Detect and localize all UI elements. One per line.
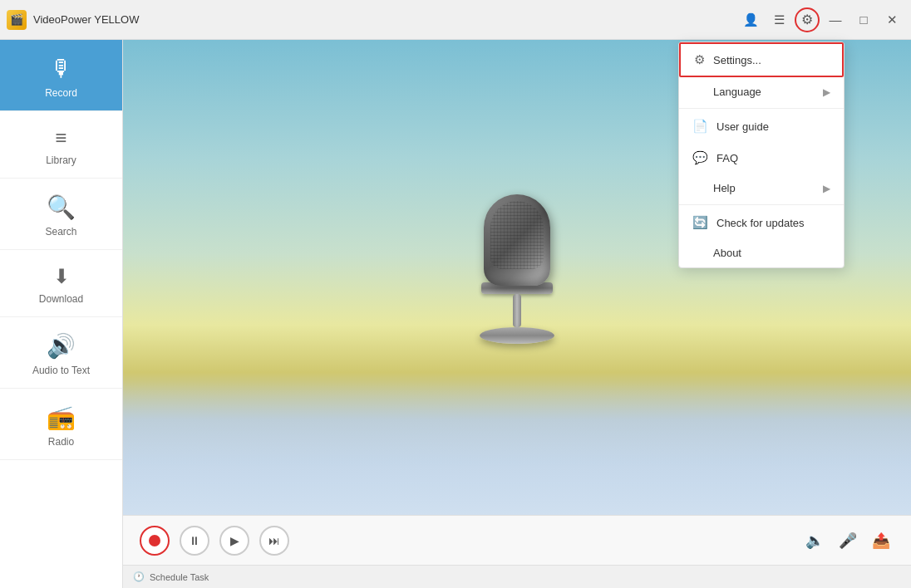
player-bar: ⏸ ▶ ⏭ 🔈 🎤 📤 <box>123 515 911 565</box>
content-area: ⏸ ▶ ⏭ 🔈 🎤 📤 🕐 <box>123 40 911 588</box>
library-icon: ≡ <box>55 126 66 149</box>
app-logo: 🎬 <box>7 10 27 30</box>
check-updates-icon: 🔄 <box>692 215 708 230</box>
settings-label: Settings... <box>713 54 761 66</box>
menu-item-about[interactable]: About <box>679 238 844 267</box>
help-arrow: ▶ <box>823 183 830 194</box>
menu-button[interactable]: ☰ <box>766 7 791 32</box>
player-actions: 🔈 🎤 📤 <box>801 527 894 554</box>
schedule-task-label: Schedule Task <box>150 572 209 582</box>
status-bar: 🕐 Schedule Task <box>123 565 911 588</box>
sidebar-item-audio-to-text[interactable]: 🔊 Audio to Text <box>0 317 122 389</box>
sidebar-label-library: Library <box>46 154 76 166</box>
microphone-icon: 🎤 <box>839 532 857 550</box>
record-icon: 🎙 <box>50 55 73 82</box>
sidebar: 🎙 Record ≡ Library 🔍 Search ⬇ Download 🔊… <box>0 40 123 588</box>
play-button[interactable]: ▶ <box>219 526 249 556</box>
export-icon: 📤 <box>872 532 890 550</box>
settings-icon: ⚙ <box>694 52 705 67</box>
sidebar-label-search: Search <box>45 226 76 238</box>
sidebar-label-radio: Radio <box>48 436 74 448</box>
language-label: Language <box>713 86 761 98</box>
faq-icon: 💬 <box>692 150 708 165</box>
menu-item-check-updates[interactable]: 🔄 Check for updates <box>679 207 844 238</box>
titlebar: 🎬 VideoPower YELLOW 👤 ☰ ⚙ — □ ✕ <box>0 0 911 40</box>
account-button[interactable]: 👤 <box>738 7 763 32</box>
search-icon: 🔍 <box>47 194 76 221</box>
main-layout: 🎙 Record ≡ Library 🔍 Search ⬇ Download 🔊… <box>0 40 911 588</box>
record-button[interactable] <box>140 526 170 556</box>
radio-icon: 📻 <box>47 404 76 431</box>
sidebar-label-record: Record <box>45 87 77 99</box>
menu-item-settings[interactable]: ⚙ Settings... <box>679 42 844 77</box>
sidebar-item-library[interactable]: ≡ Library <box>0 111 122 179</box>
close-button[interactable]: ✕ <box>879 7 904 32</box>
menu-item-help[interactable]: Help ▶ <box>679 174 844 203</box>
audio-to-text-icon: 🔊 <box>47 332 76 360</box>
dropdown-menu: ⚙ Settings... Language ▶ 📄 User guide 💬 … <box>678 42 845 268</box>
download-icon: ⬇ <box>53 265 70 288</box>
microphone-illustration <box>467 194 567 360</box>
about-label: About <box>713 247 741 259</box>
user-guide-icon: 📄 <box>692 119 708 134</box>
play-icon: ▶ <box>230 534 239 547</box>
menu-item-language[interactable]: Language ▶ <box>679 77 844 106</box>
sidebar-item-record[interactable]: 🎙 Record <box>0 40 122 111</box>
record-indicator <box>149 535 160 546</box>
sidebar-label-download: Download <box>39 293 83 305</box>
mic-head <box>484 194 550 286</box>
microphone-button[interactable]: 🎤 <box>835 527 861 554</box>
language-arrow: ▶ <box>823 86 830 98</box>
skip-icon: ⏭ <box>268 534 280 547</box>
app-title: VideoPower YELLOW <box>33 13 738 26</box>
sidebar-item-radio[interactable]: 📻 Radio <box>0 389 122 460</box>
help-label: Help <box>713 182 736 194</box>
minimize-button[interactable]: — <box>823 7 848 32</box>
sidebar-item-download[interactable]: ⬇ Download <box>0 250 122 317</box>
pause-button[interactable]: ⏸ <box>180 526 209 556</box>
user-guide-label: User guide <box>716 120 769 133</box>
check-updates-label: Check for updates <box>716 217 805 229</box>
sidebar-item-search[interactable]: 🔍 Search <box>0 179 122 250</box>
menu-divider-2 <box>679 204 844 205</box>
menu-item-faq[interactable]: 💬 FAQ <box>679 142 844 174</box>
volume-button[interactable]: 🔈 <box>801 527 828 554</box>
export-button[interactable]: 📤 <box>868 527 894 554</box>
sidebar-label-audio-to-text: Audio to Text <box>32 365 90 376</box>
skip-button[interactable]: ⏭ <box>259 526 289 556</box>
maximize-button[interactable]: □ <box>851 7 876 32</box>
volume-icon: 🔈 <box>805 532 824 550</box>
menu-divider-1 <box>679 108 844 109</box>
gear-button[interactable]: ⚙ <box>795 7 820 32</box>
clock-icon: 🕐 <box>133 571 145 582</box>
mic-base <box>480 327 554 344</box>
mic-stem <box>513 294 521 327</box>
titlebar-controls: 👤 ☰ ⚙ — □ ✕ <box>738 7 904 32</box>
menu-item-user-guide[interactable]: 📄 User guide <box>679 110 844 142</box>
faq-label: FAQ <box>716 152 738 164</box>
pause-icon: ⏸ <box>189 534 200 547</box>
